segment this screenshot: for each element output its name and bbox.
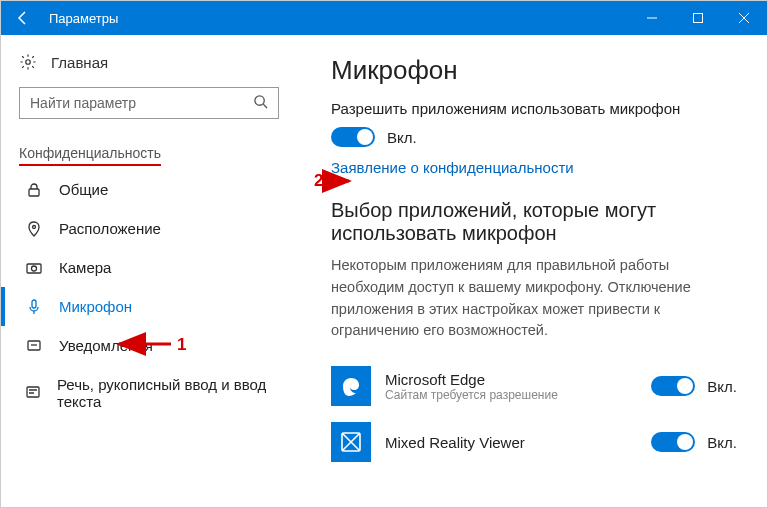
- settings-window: Параметры Главная Найти параметр Конфиде…: [0, 0, 768, 508]
- annotation-overlay: [1, 1, 768, 508]
- annotation-number-2: 2: [314, 171, 323, 191]
- annotation-number-1: 1: [177, 335, 186, 355]
